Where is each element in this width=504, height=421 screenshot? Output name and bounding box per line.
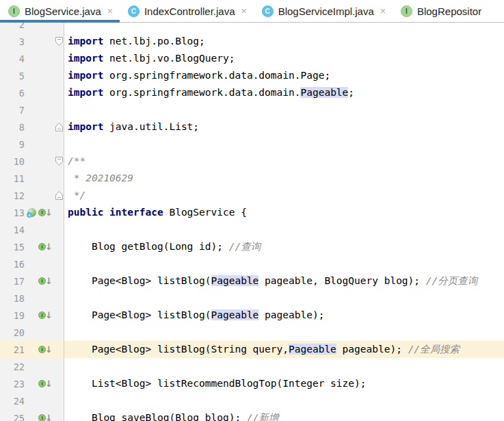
tab-label: BlogService.java bbox=[25, 5, 101, 17]
code-token: pageable); bbox=[258, 309, 324, 320]
close-icon[interactable]: × bbox=[107, 5, 113, 16]
implementing-class-icon[interactable]: c bbox=[27, 208, 36, 217]
implemented-marker-icon[interactable]: I↓ bbox=[38, 209, 53, 216]
fold-column bbox=[55, 118, 64, 136]
code-line[interactable]: import org.springframework.data.domain.P… bbox=[64, 84, 504, 101]
code-line[interactable] bbox=[64, 290, 504, 307]
comment-token: //全局搜索 bbox=[408, 344, 460, 355]
highlighted-token: Pageable bbox=[289, 344, 336, 355]
code-line[interactable] bbox=[64, 221, 504, 238]
code-line[interactable]: public interface BlogService { bbox=[64, 204, 504, 221]
tab-label: BlogRepositor bbox=[417, 5, 481, 17]
editor-line-12: 12 */ bbox=[0, 187, 504, 204]
fold-column bbox=[55, 375, 64, 392]
editor-tab-bar: IBlogService.java×CIndexController.java×… bbox=[0, 0, 504, 23]
code-token: BlogService { bbox=[163, 207, 247, 218]
close-icon[interactable]: × bbox=[241, 5, 247, 16]
gutter: 11 bbox=[0, 170, 55, 187]
gutter-icons: I↓ bbox=[25, 380, 55, 387]
code-line[interactable] bbox=[64, 255, 504, 272]
comment-token: //分页查询 bbox=[426, 275, 477, 286]
code-line[interactable]: Blog getBlog(Long id); //查询 bbox=[64, 238, 504, 255]
gutter: 8 bbox=[0, 118, 55, 136]
fold-column bbox=[55, 255, 64, 272]
code-line[interactable]: Page<Blog> listBlog(String query,Pageabl… bbox=[64, 341, 504, 358]
code-token: Page<Blog> listBlog( bbox=[68, 275, 211, 286]
implemented-marker-icon[interactable]: I↓ bbox=[38, 277, 53, 285]
fold-column bbox=[55, 187, 64, 204]
tab-blogservice-java[interactable]: IBlogService.java× bbox=[0, 0, 120, 22]
gutter: 12 bbox=[0, 187, 55, 204]
code-line[interactable]: import org.springframework.data.domain.P… bbox=[64, 67, 504, 84]
code-line[interactable]: Page<Blog> listBlog(Pageable pageable, B… bbox=[64, 272, 504, 290]
code-line[interactable] bbox=[64, 101, 504, 118]
fold-column bbox=[55, 50, 64, 67]
fold-column bbox=[55, 272, 64, 290]
highlighted-token: Pageable bbox=[211, 275, 259, 286]
gutter: 3 bbox=[0, 33, 55, 50]
tab-blogserviceimpl-java[interactable]: CBlogServiceImpl.java× bbox=[254, 0, 393, 22]
down-arrow-icon: ↓ bbox=[45, 243, 53, 251]
code-line[interactable]: Page<Blog> listBlog(Pageable pageable); bbox=[64, 307, 504, 324]
code-line[interactable]: import java.util.List; bbox=[64, 118, 504, 136]
fold-end-icon[interactable] bbox=[55, 123, 63, 131]
close-icon[interactable]: × bbox=[380, 5, 386, 16]
gutter-icons: I↓ bbox=[25, 277, 55, 285]
gutter: 23I↓ bbox=[0, 375, 55, 392]
implemented-marker-icon[interactable]: I↓ bbox=[38, 346, 53, 353]
code-token: ; bbox=[348, 87, 354, 98]
down-arrow-icon: ↓ bbox=[45, 277, 53, 285]
implemented-marker-icon[interactable]: I↓ bbox=[38, 414, 53, 421]
code-line[interactable]: import net.lbj.vo.BlogQuery; bbox=[64, 50, 504, 67]
interface-icon: I bbox=[401, 5, 412, 17]
fold-column bbox=[55, 358, 64, 375]
code-line[interactable]: Blog saveBlog(Blog blog); //新增 bbox=[64, 409, 504, 421]
gutter: 7 bbox=[0, 101, 55, 118]
code-line[interactable] bbox=[64, 324, 504, 341]
code-line[interactable] bbox=[64, 358, 504, 375]
fold-column bbox=[55, 307, 64, 324]
fold-start-icon[interactable] bbox=[55, 37, 63, 46]
editor-line-15: 15I↓ Blog getBlog(Long id); //查询 bbox=[0, 238, 504, 255]
code-token: net.lbj.vo.BlogQuery; bbox=[103, 53, 235, 64]
tab-indexcontroller-java[interactable]: CIndexController.java× bbox=[120, 0, 254, 22]
down-arrow-icon: ↓ bbox=[45, 380, 53, 387]
implemented-marker-icon[interactable]: I↓ bbox=[38, 243, 53, 251]
implemented-marker-icon[interactable]: I↓ bbox=[38, 311, 53, 319]
editor-line-17: 17I↓ Page<Blog> listBlog(Pageable pageab… bbox=[0, 272, 504, 290]
down-arrow-icon: ↓ bbox=[45, 209, 53, 216]
fold-end-icon[interactable] bbox=[55, 191, 63, 200]
code-line[interactable]: /** bbox=[64, 153, 504, 170]
gutter: 19I↓ bbox=[0, 307, 55, 324]
code-token: List<Blog> listRecommendBlogTop(Integer … bbox=[68, 378, 367, 389]
line-number: 11 bbox=[0, 173, 25, 184]
fold-column bbox=[55, 153, 64, 170]
intention-lightbulb-icon[interactable] bbox=[6, 325, 17, 340]
code-line[interactable]: */ bbox=[64, 187, 504, 204]
down-arrow-icon: ↓ bbox=[45, 414, 53, 421]
line-number: 10 bbox=[0, 156, 25, 167]
code-line[interactable] bbox=[64, 136, 504, 153]
fold-start-icon[interactable] bbox=[55, 157, 63, 166]
code-line[interactable]: List<Blog> listRecommendBlogTop(Integer … bbox=[64, 375, 504, 392]
code-token: pageable, BlogQuery blog); bbox=[258, 275, 425, 286]
code-token: org.springframework.data.domain.Page; bbox=[103, 70, 330, 81]
editor-line-20: 20 bbox=[0, 324, 504, 341]
editor-line-6: 6import org.springframework.data.domain.… bbox=[0, 84, 504, 101]
tab-blogrepositor[interactable]: IBlogRepositor bbox=[393, 0, 488, 22]
code-line[interactable]: * 20210629 bbox=[64, 170, 504, 187]
code-line[interactable] bbox=[64, 392, 504, 409]
class-icon: C bbox=[128, 5, 140, 17]
line-number: 19 bbox=[0, 310, 25, 321]
fold-column bbox=[55, 409, 64, 421]
code-editor[interactable]: 23import net.lbj.po.Blog;4import net.lbj… bbox=[0, 23, 504, 421]
code-rows: 23import net.lbj.po.Blog;4import net.lbj… bbox=[0, 16, 504, 421]
comment-token: //查询 bbox=[229, 241, 261, 252]
tab-label: IndexController.java bbox=[144, 5, 235, 17]
comment-token: //新增 bbox=[247, 412, 278, 421]
line-number: 24 bbox=[0, 396, 25, 407]
code-line[interactable]: import net.lbj.po.Blog; bbox=[64, 33, 504, 50]
gutter: 13cI↓ bbox=[0, 204, 55, 221]
line-number: 22 bbox=[0, 361, 25, 372]
implemented-marker-icon[interactable]: I↓ bbox=[38, 380, 53, 387]
